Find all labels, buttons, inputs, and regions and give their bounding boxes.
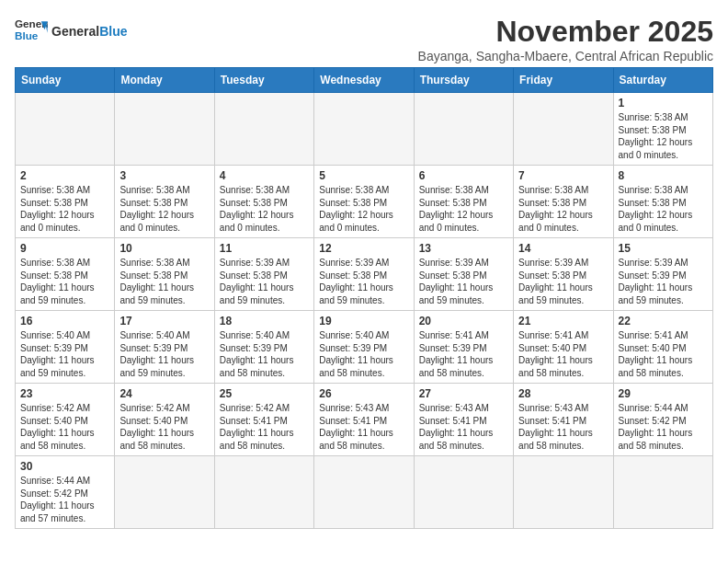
day-cell: 23Sunrise: 5:42 AMSunset: 5:40 PMDayligh… [16,384,115,456]
day-cell: 27Sunrise: 5:43 AMSunset: 5:41 PMDayligh… [414,384,513,456]
day-cell [514,93,613,166]
day-number: 3 [119,169,209,182]
day-number: 9 [20,242,109,255]
day-cell [314,93,414,166]
weekday-header-saturday: Saturday [613,68,712,93]
day-cell: 11Sunrise: 5:39 AMSunset: 5:38 PMDayligh… [214,238,313,311]
day-cell [314,456,414,529]
weekday-header-wednesday: Wednesday [314,68,414,93]
day-detail: Sunrise: 5:41 AMSunset: 5:39 PMDaylight:… [419,329,508,379]
day-number: 1 [619,97,708,109]
week-row-3: 9Sunrise: 5:38 AMSunset: 5:38 PMDaylight… [16,238,713,311]
day-cell: 22Sunrise: 5:41 AMSunset: 5:40 PMDayligh… [613,311,712,384]
day-number: 25 [220,387,309,400]
weekday-header-thursday: Thursday [414,68,513,93]
day-number: 17 [119,315,209,327]
day-number: 28 [518,387,608,400]
day-number: 20 [419,315,508,327]
day-detail: Sunrise: 5:38 AMSunset: 5:38 PMDaylight:… [419,184,508,234]
day-cell [115,456,214,529]
day-number: 21 [518,315,608,327]
day-number: 11 [220,242,309,255]
day-detail: Sunrise: 5:43 AMSunset: 5:41 PMDaylight:… [319,402,408,452]
day-cell: 28Sunrise: 5:43 AMSunset: 5:41 PMDayligh… [514,384,613,456]
weekday-header-sunday: Sunday [16,68,115,93]
day-detail: Sunrise: 5:38 AMSunset: 5:38 PMDaylight:… [319,184,408,234]
day-detail: Sunrise: 5:42 AMSunset: 5:41 PMDaylight:… [220,402,309,452]
day-detail: Sunrise: 5:41 AMSunset: 5:40 PMDaylight:… [619,329,708,379]
day-cell: 13Sunrise: 5:39 AMSunset: 5:38 PMDayligh… [414,238,513,311]
day-number: 23 [20,387,109,400]
week-row-1: 1Sunrise: 5:38 AMSunset: 5:38 PMDaylight… [16,93,713,166]
day-cell: 10Sunrise: 5:38 AMSunset: 5:38 PMDayligh… [115,238,214,311]
day-cell: 26Sunrise: 5:43 AMSunset: 5:41 PMDayligh… [314,384,414,456]
month-title: November 2025 [418,15,713,49]
day-cell [115,93,214,166]
day-cell [214,93,313,166]
day-number: 30 [20,460,109,473]
day-cell: 30Sunrise: 5:44 AMSunset: 5:42 PMDayligh… [16,456,115,529]
day-cell: 9Sunrise: 5:38 AMSunset: 5:38 PMDaylight… [16,238,115,311]
day-cell: 12Sunrise: 5:39 AMSunset: 5:38 PMDayligh… [314,238,414,311]
day-detail: Sunrise: 5:39 AMSunset: 5:38 PMDaylight:… [419,257,508,306]
day-detail: Sunrise: 5:38 AMSunset: 5:38 PMDaylight:… [518,184,608,234]
day-detail: Sunrise: 5:44 AMSunset: 5:42 PMDaylight:… [20,475,109,524]
day-detail: Sunrise: 5:38 AMSunset: 5:38 PMDaylight:… [119,184,209,234]
day-number: 6 [419,169,508,182]
day-number: 16 [20,315,109,327]
day-number: 19 [319,315,408,327]
day-detail: Sunrise: 5:44 AMSunset: 5:42 PMDaylight:… [619,402,708,452]
day-detail: Sunrise: 5:39 AMSunset: 5:38 PMDaylight:… [518,257,608,306]
day-cell [214,456,313,529]
day-cell [414,93,513,166]
subtitle: Bayanga, Sangha-Mbaere, Central African … [418,49,713,63]
day-cell: 5Sunrise: 5:38 AMSunset: 5:38 PMDaylight… [314,166,414,238]
weekday-header-monday: Monday [115,68,214,93]
day-cell: 21Sunrise: 5:41 AMSunset: 5:40 PMDayligh… [514,311,613,384]
weekday-header-tuesday: Tuesday [214,68,313,93]
day-detail: Sunrise: 5:38 AMSunset: 5:38 PMDaylight:… [220,184,309,234]
day-number: 2 [20,169,109,182]
day-number: 7 [518,169,608,182]
day-cell: 18Sunrise: 5:40 AMSunset: 5:39 PMDayligh… [214,311,313,384]
day-detail: Sunrise: 5:42 AMSunset: 5:40 PMDaylight:… [20,402,109,452]
day-detail: Sunrise: 5:38 AMSunset: 5:38 PMDaylight:… [619,111,708,161]
logo-blue: Blue [99,24,127,39]
weekday-header-row: SundayMondayTuesdayWednesdayThursdayFrid… [16,68,713,93]
header: General Blue GeneralBlue November 2025 B… [15,15,713,63]
week-row-6: 30Sunrise: 5:44 AMSunset: 5:42 PMDayligh… [16,456,713,529]
day-cell: 3Sunrise: 5:38 AMSunset: 5:38 PMDaylight… [115,166,214,238]
day-cell: 8Sunrise: 5:38 AMSunset: 5:38 PMDaylight… [613,166,712,238]
day-number: 22 [619,315,708,327]
week-row-5: 23Sunrise: 5:42 AMSunset: 5:40 PMDayligh… [16,384,713,456]
day-number: 27 [419,387,508,400]
day-detail: Sunrise: 5:40 AMSunset: 5:39 PMDaylight:… [119,329,209,379]
day-cell [514,456,613,529]
day-cell: 17Sunrise: 5:40 AMSunset: 5:39 PMDayligh… [115,311,214,384]
week-row-4: 16Sunrise: 5:40 AMSunset: 5:39 PMDayligh… [16,311,713,384]
day-cell: 29Sunrise: 5:44 AMSunset: 5:42 PMDayligh… [613,384,712,456]
day-detail: Sunrise: 5:40 AMSunset: 5:39 PMDaylight:… [20,329,109,379]
day-number: 24 [119,387,209,400]
day-cell: 7Sunrise: 5:38 AMSunset: 5:38 PMDaylight… [514,166,613,238]
day-detail: Sunrise: 5:40 AMSunset: 5:39 PMDaylight:… [220,329,309,379]
day-cell: 24Sunrise: 5:42 AMSunset: 5:40 PMDayligh… [115,384,214,456]
day-cell: 16Sunrise: 5:40 AMSunset: 5:39 PMDayligh… [16,311,115,384]
day-detail: Sunrise: 5:39 AMSunset: 5:38 PMDaylight:… [319,257,408,306]
day-detail: Sunrise: 5:40 AMSunset: 5:39 PMDaylight:… [319,329,408,379]
day-cell: 6Sunrise: 5:38 AMSunset: 5:38 PMDaylight… [414,166,513,238]
day-cell: 19Sunrise: 5:40 AMSunset: 5:39 PMDayligh… [314,311,414,384]
day-detail: Sunrise: 5:42 AMSunset: 5:40 PMDaylight:… [119,402,209,452]
calendar: SundayMondayTuesdayWednesdayThursdayFrid… [15,67,713,529]
day-detail: Sunrise: 5:38 AMSunset: 5:38 PMDaylight:… [20,184,109,234]
day-number: 26 [319,387,408,400]
logo: General Blue GeneralBlue [15,15,127,48]
day-detail: Sunrise: 5:39 AMSunset: 5:39 PMDaylight:… [619,257,708,306]
day-cell [414,456,513,529]
day-number: 15 [619,242,708,255]
day-cell [613,456,712,529]
title-area: November 2025 Bayanga, Sangha-Mbaere, Ce… [418,15,713,63]
weekday-header-friday: Friday [514,68,613,93]
svg-text:Blue: Blue [15,29,39,41]
day-number: 8 [619,169,708,182]
